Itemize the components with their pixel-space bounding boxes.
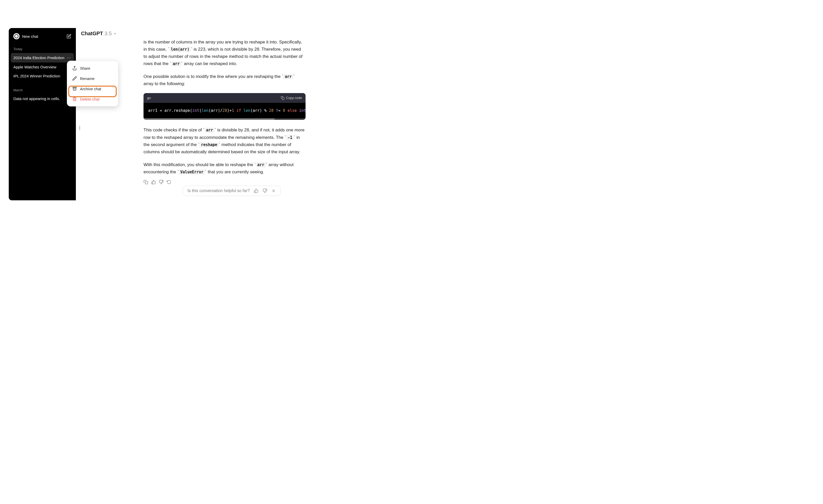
sidebar-section-label: Today — [11, 43, 74, 53]
svg-rect-4 — [145, 182, 148, 184]
sidebar-item-chat[interactable]: 2024 India Election Prediction ⋯ — [11, 53, 74, 62]
message-paragraph: This code checks if the size of `arr` is… — [144, 127, 306, 155]
menu-item-share[interactable]: Share — [67, 63, 118, 73]
message-paragraph: is the number of columns in the array yo… — [144, 38, 306, 67]
new-chat-label: New chat — [22, 34, 66, 38]
message-paragraph: With this modification, you should be ab… — [144, 161, 306, 176]
code-block-header: go Copy code — [144, 93, 306, 103]
inline-code: arr — [256, 162, 266, 167]
chevron-down-icon — [113, 32, 117, 35]
model-version: 3.5 — [105, 31, 112, 36]
clipboard-icon — [281, 96, 285, 100]
close-icon[interactable] — [271, 188, 276, 193]
inline-code: arr — [204, 128, 214, 133]
menu-item-label: Rename — [80, 76, 95, 81]
svg-rect-3 — [282, 98, 284, 100]
sidebar-item-label: 2024 India Election Prediction — [13, 55, 66, 60]
main-area: ChatGPT 3.5 — [76, 28, 313, 39]
code-language-label: go — [147, 95, 151, 101]
thumbs-up-icon[interactable] — [254, 188, 259, 193]
svg-rect-1 — [73, 87, 76, 88]
new-chat-button[interactable]: New chat — [11, 31, 74, 43]
sidebar-item-chat[interactable]: IPL 2024 Winner Prediction — [11, 71, 74, 80]
message-paragraph: One possible solution is to modify the l… — [144, 73, 306, 88]
inline-code: reshape — [199, 142, 218, 147]
inline-code: ValueError — [179, 169, 205, 175]
code-block: go Copy code arr1 = arr.reshape(int(len(… — [144, 93, 306, 120]
menu-item-rename[interactable]: Rename — [67, 73, 118, 83]
sidebar-item-label: Data not appearing in cells. — [13, 97, 71, 101]
sidebar-item-label: IPL 2024 Winner Prediction — [13, 74, 71, 78]
copy-icon[interactable] — [144, 180, 148, 184]
menu-item-archive[interactable]: Archive chat — [67, 83, 118, 94]
code-horizontal-scrollbar[interactable] — [144, 118, 306, 120]
archive-icon — [72, 87, 77, 91]
message-actions — [144, 180, 306, 184]
inline-code: -1 — [286, 135, 294, 140]
sidebar-item-chat[interactable]: Data not appearing in cells. — [11, 94, 74, 103]
menu-item-delete[interactable]: Delete chat — [67, 94, 118, 104]
sidebar: New chat Today 2024 India Election Predi… — [9, 28, 76, 200]
thumbs-down-icon[interactable] — [159, 180, 164, 184]
regenerate-icon[interactable] — [167, 180, 171, 184]
copy-code-button[interactable]: Copy code — [281, 95, 302, 101]
code-content[interactable]: arr1 = arr.reshape(int(len(arr)/28)+1 if… — [144, 103, 306, 119]
thumbs-up-icon[interactable] — [151, 180, 156, 184]
openai-logo-icon — [13, 33, 20, 39]
edit-icon[interactable] — [66, 34, 71, 38]
model-name: ChatGPT — [81, 31, 103, 36]
assistant-message: is the number of columns in the array yo… — [144, 38, 306, 184]
sidebar-item-chat[interactable]: Apple Watches Overview — [11, 62, 74, 71]
thumbs-down-icon[interactable] — [263, 188, 267, 193]
inline-code: len(arr) — [169, 47, 191, 52]
share-icon — [72, 66, 77, 70]
resize-handle[interactable] — [79, 126, 80, 130]
menu-item-label: Share — [80, 66, 90, 70]
inline-code: arr — [283, 74, 293, 79]
sidebar-section-label: March — [11, 85, 74, 94]
model-switcher[interactable]: ChatGPT 3.5 — [76, 28, 122, 39]
sidebar-item-label: Apple Watches Overview — [13, 65, 71, 69]
copy-code-label: Copy code — [286, 95, 302, 101]
pencil-icon — [72, 76, 77, 81]
inline-code: arr — [171, 61, 181, 66]
feedback-prompt: Is this conversation helpful so far? — [183, 186, 281, 196]
feedback-text: Is this conversation helpful so far? — [187, 188, 250, 193]
menu-item-label: Archive chat — [80, 87, 101, 91]
trash-icon — [72, 97, 77, 101]
menu-item-label: Delete chat — [80, 97, 100, 101]
chat-context-menu: Share Rename Archive chat Delete chat — [67, 61, 118, 107]
more-options-icon[interactable]: ⋯ — [66, 55, 71, 60]
